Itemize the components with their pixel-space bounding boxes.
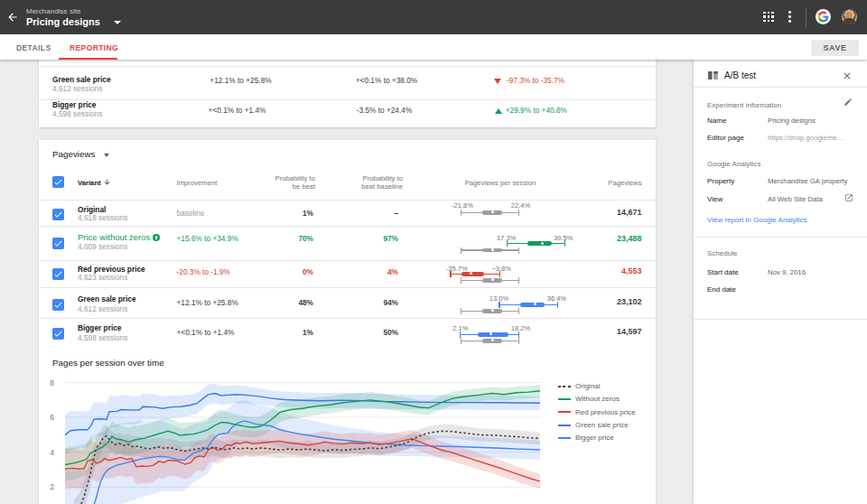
- svg-text:6: 6: [50, 413, 54, 422]
- svg-text:8: 8: [50, 378, 54, 387]
- svg-text:4: 4: [50, 448, 54, 457]
- svg-text:2: 2: [50, 482, 54, 491]
